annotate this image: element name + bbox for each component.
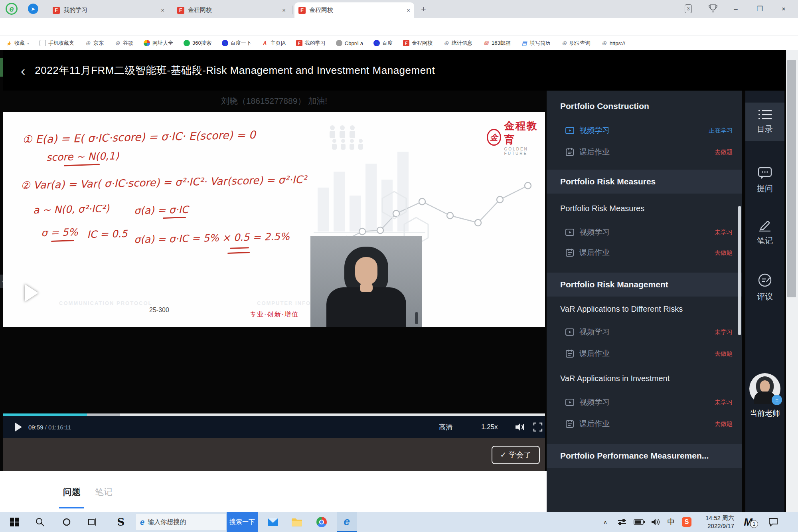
tray-volume-icon[interactable] <box>648 512 663 532</box>
search-icon[interactable] <box>32 512 48 532</box>
star-icon: ★ <box>6 40 12 46</box>
rail-item-review[interactable]: 评议 <box>745 269 784 305</box>
progress-buffered[interactable] <box>87 413 120 416</box>
outline-chapter[interactable]: Portfolio Construction <box>547 96 742 117</box>
bookmark-163mail[interactable]: ✉163邮箱 <box>483 40 511 47</box>
rail-item-ask[interactable]: 提问 <box>745 162 784 198</box>
tray-clock[interactable]: 14:52 周六 2022/9/17 <box>697 514 734 530</box>
chrome-icon[interactable] <box>313 512 330 532</box>
outline-activity-video[interactable]: 视频学习正在学习 <box>547 121 742 140</box>
progress-played[interactable] <box>3 413 87 416</box>
tab-count-badge[interactable]: 3 <box>685 4 692 13</box>
below-video-bar <box>3 438 545 471</box>
red-underline <box>230 247 249 249</box>
outline-lesson[interactable]: VaR Applications to Different Risks <box>547 299 742 319</box>
bookmark-360search[interactable]: 360搜索 <box>184 40 211 47</box>
taskbar-search-box[interactable]: e 输入你想搜的 <box>136 512 227 532</box>
video-control-bar: 09:59 / 01:16:11 高清 1.25x <box>3 416 545 438</box>
file-explorer-icon[interactable] <box>288 512 306 532</box>
address-bar-row: ← → ⟳ ⌂ 证 金程网校 🔒 https://www.gfedu.cn/ho… <box>0 18 798 36</box>
rail-item-catalog[interactable]: 目录 <box>745 103 784 141</box>
tab-close-icon[interactable]: × <box>407 7 410 14</box>
browser-logo-icon[interactable]: e <box>6 3 18 15</box>
start-button[interactable] <box>6 512 22 532</box>
bookmark-jd[interactable]: ⊕京东 <box>85 40 104 47</box>
outline-activity-homework[interactable]: 课后作业去做题 <box>547 344 742 364</box>
outline-activity-homework[interactable]: 课后作业去做题 <box>547 142 742 162</box>
fullscreen-icon[interactable] <box>533 422 543 432</box>
rail-item-notes[interactable]: 笔记 <box>745 214 784 250</box>
tray-expand-icon[interactable]: ∧ <box>598 512 612 532</box>
bookmark-resume[interactable]: ▤填写简历 <box>521 40 551 47</box>
page-scrollbar-thumb[interactable] <box>787 60 796 297</box>
bookmark-google[interactable]: ⊕谷歌 <box>114 40 133 47</box>
outline-chapter-band[interactable]: Portfolio Performance Measuremen... <box>547 444 742 468</box>
play-overlay-icon[interactable] <box>25 284 38 302</box>
outline-lesson[interactable]: VaR Applications in Investment <box>547 368 742 389</box>
quality-button[interactable]: 高清 <box>439 423 452 432</box>
tab-gfedu-1[interactable]: F 金程网校 × <box>173 2 290 18</box>
volume-icon[interactable] <box>515 422 525 432</box>
outline-lesson[interactable]: Portfolio Risk Measures <box>547 198 742 219</box>
search-go-button[interactable]: 搜索一下 <box>227 512 258 532</box>
sogou-input-icon[interactable]: S <box>113 512 129 532</box>
rewards-icon[interactable] <box>709 4 717 14</box>
bookmark-mobile-folder[interactable]: 手机收藏夹 <box>40 40 74 47</box>
brand-subtitle: GOLDEN FUTURE <box>504 147 545 156</box>
play-button[interactable] <box>15 423 22 431</box>
bookmark-https[interactable]: ⊕https:// <box>601 40 625 46</box>
outline-chapter-band[interactable]: Portfolio Risk Measures <box>547 170 742 194</box>
tab-close-icon[interactable]: × <box>282 7 286 14</box>
action-center-icon[interactable] <box>764 512 782 532</box>
site-favicon: F <box>53 7 60 14</box>
new-tab-button[interactable]: + <box>421 4 426 14</box>
task-view-icon[interactable] <box>85 512 101 532</box>
tray-settings-icon[interactable] <box>614 512 630 532</box>
speed-button[interactable]: 1.25x <box>481 423 498 431</box>
teacher-badge-icon: ≡ <box>772 395 782 405</box>
bookmark-baidu[interactable]: 🐾百度 <box>373 40 393 47</box>
window-minimize-button[interactable]: – <box>727 0 745 18</box>
teacher-face <box>760 380 770 392</box>
active-browser-icon[interactable]: e <box>337 512 357 532</box>
instructor-neck <box>360 283 373 292</box>
outline-activity-homework[interactable]: 课后作业去做题 <box>547 243 742 263</box>
instructor-video <box>310 236 422 327</box>
window-restore-button[interactable]: ❐ <box>751 0 768 18</box>
outline-activity-homework[interactable]: 课后作业去做题 <box>547 414 742 434</box>
bookmark-stats[interactable]: ⊕统计信息 <box>443 40 472 47</box>
bookmark-my-learning[interactable]: F我的学习 <box>296 40 326 47</box>
bookmark-gfedu[interactable]: F金程网校 <box>403 40 433 47</box>
f-logo-icon: F <box>296 40 302 46</box>
bookmark-baidu-search[interactable]: 🐾百度一下 <box>222 40 251 47</box>
tab-gfedu-2-active[interactable]: F 金程网校 × <box>294 2 414 18</box>
tray-ink-workspace-icon[interactable]: M 1 <box>741 512 760 532</box>
outline-activity-video[interactable]: 视频学习未学习 <box>547 222 742 242</box>
outline-activity-video[interactable]: 视频学习未学习 <box>547 322 742 342</box>
outline-activity-video[interactable]: 视频学习未学习 <box>547 392 742 412</box>
outline-chapter-band[interactable]: Portfolio Risk Management <box>547 273 742 297</box>
tab-notes[interactable]: 笔记 <box>95 486 113 498</box>
outline-scrollbar-thumb[interactable] <box>738 206 741 335</box>
learned-button[interactable]: ✓ 学会了 <box>492 446 540 464</box>
mail-app-icon[interactable] <box>264 512 282 532</box>
bookmark-jobs[interactable]: ⊕职位查询 <box>561 40 591 47</box>
tab-close-icon[interactable]: × <box>161 7 164 14</box>
progress-track[interactable] <box>120 413 545 416</box>
cortana-icon[interactable] <box>59 512 75 532</box>
instructor-face <box>355 257 377 285</box>
bookmark-cbpr[interactable]: Cbpr/La <box>336 40 363 46</box>
rail-teacher[interactable]: ≡ 当前老师 <box>745 370 784 422</box>
watermark-word: COMMUNICATION PROTOCOL <box>59 300 152 306</box>
tab-questions[interactable]: 问题 <box>63 486 81 498</box>
tab-my-learning[interactable]: F 我的学习 × <box>49 2 168 18</box>
tray-battery-icon[interactable] <box>631 512 647 532</box>
send-page-icon[interactable]: ➤ <box>28 4 38 14</box>
bookmark-sites[interactable]: 网址大全 <box>144 40 173 47</box>
homework-icon <box>565 147 575 157</box>
tray-sogou-icon[interactable]: S <box>679 512 694 532</box>
bookmark-favorites[interactable]: ★收藏▾ <box>6 40 29 47</box>
bookmark-homepage[interactable]: A主页|A <box>262 40 286 47</box>
tray-ime-indicator[interactable]: 中 <box>664 512 678 532</box>
window-close-button[interactable]: × <box>775 0 792 18</box>
